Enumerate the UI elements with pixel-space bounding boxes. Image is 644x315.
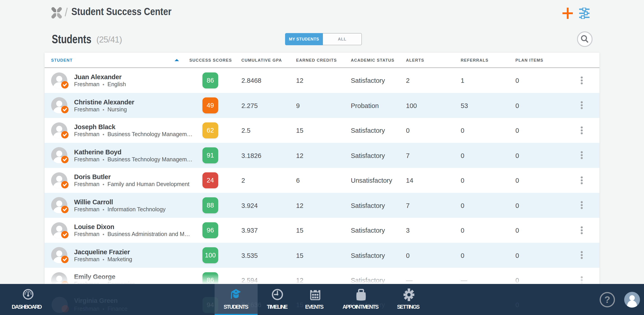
svg-text:?: ?	[604, 294, 610, 305]
